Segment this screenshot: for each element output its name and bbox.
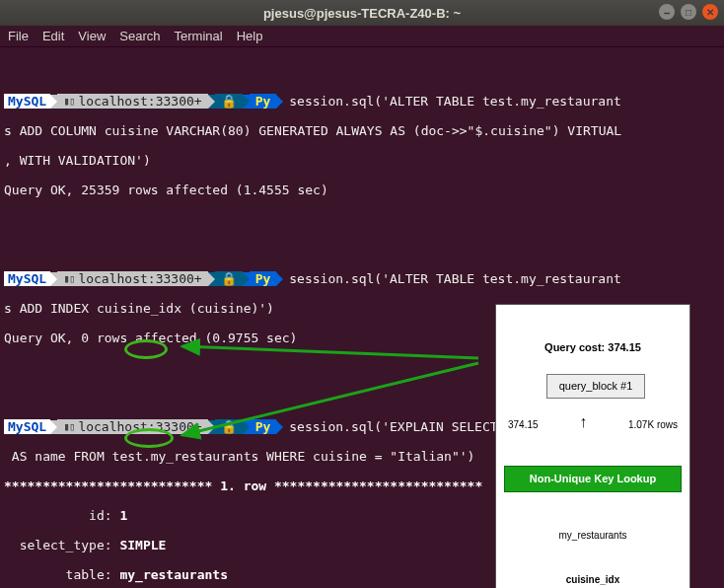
diagram-midrow: 374.15 ↑ 1.07K rows [502, 417, 684, 432]
diagram-index: cuisine_idx [502, 572, 684, 587]
prompt-lang: Py [250, 271, 277, 286]
arrow-icon [208, 95, 215, 109]
up-arrow-icon: ↑ [579, 417, 587, 432]
prompt-host: ▮▯localhost:33300+ [57, 271, 207, 286]
db-icon: ▮▯ [63, 271, 74, 286]
menu-search[interactable]: Search [119, 29, 160, 43]
prompt-line-1: MySQL▮▯localhost:33300+🔒Pysession.sql('A… [4, 94, 720, 109]
prompt-host-text: localhost:33300+ [78, 94, 201, 109]
window-titlebar: pjesus@pjesus-TECRA-Z40-B: ~ ‒ □ ✕ [0, 0, 724, 26]
menu-view[interactable]: View [78, 29, 106, 43]
menu-terminal[interactable]: Terminal [175, 29, 223, 43]
prompt-line-2: MySQL▮▯localhost:33300+🔒Pysession.sql('A… [4, 271, 720, 286]
lock-icon: 🔒 [215, 419, 243, 434]
window-controls: ‒ □ ✕ [659, 4, 718, 20]
db-icon: ▮▯ [63, 419, 74, 434]
command-1-cont: s ADD COLUMN cuisine VARCHAR(80) GENERAT… [4, 123, 720, 138]
menu-help[interactable]: Help [237, 29, 263, 43]
diagram-rows: 1.07K rows [628, 417, 678, 432]
terminal[interactable]: MySQL▮▯localhost:33300+🔒Pysession.sql('A… [0, 47, 724, 588]
lock-icon: 🔒 [215, 271, 243, 286]
prompt-host-text: localhost:33300+ [78, 419, 201, 434]
prompt-host-text: localhost:33300+ [78, 271, 201, 286]
arrow-icon [243, 272, 250, 286]
arrow-icon [50, 95, 57, 109]
arrow-icon [50, 272, 57, 286]
result-1: Query OK, 25359 rows affected (1.4555 se… [4, 183, 720, 197]
arrow-icon [276, 272, 283, 286]
arrow-icon [276, 95, 283, 109]
explain-diagram: Query cost: 374.15 query_block #1 374.15… [495, 304, 690, 588]
diagram-table: my_restaurants [502, 528, 684, 543]
arrow-icon [276, 420, 283, 434]
command-1: session.sql('ALTER TABLE test.my_restaur… [283, 94, 621, 109]
svg-line-0 [182, 346, 478, 358]
prompt-lang: Py [250, 419, 277, 434]
prompt-host: ▮▯localhost:33300+ [57, 94, 207, 109]
prompt-host: ▮▯localhost:33300+ [57, 419, 207, 434]
db-icon: ▮▯ [63, 94, 74, 109]
diagram-cost: 374.15 [508, 417, 539, 432]
lock-icon: 🔒 [215, 94, 243, 109]
arrow-icon [208, 272, 215, 286]
command-2: session.sql('ALTER TABLE test.my_restaur… [283, 271, 621, 286]
prompt-mysql: MySQL [4, 94, 50, 109]
diagram-query-block: query_block #1 [546, 374, 646, 399]
blank [4, 212, 720, 227]
window-title: pjesus@pjesus-TECRA-Z40-B: ~ [263, 6, 461, 21]
menubar: File Edit View Search Terminal Help [0, 26, 724, 47]
menu-edit[interactable]: Edit [42, 29, 64, 43]
diagram-query-cost: Query cost: 374.15 [502, 340, 684, 355]
maximize-button[interactable]: □ [681, 4, 696, 20]
diagram-lookup: Non-Unique Key Lookup [504, 466, 682, 492]
prompt-mysql: MySQL [4, 419, 50, 434]
prompt-lang: Py [250, 94, 277, 109]
arrow-icon [243, 420, 250, 434]
arrow-icon [50, 420, 57, 434]
prompt-mysql: MySQL [4, 271, 50, 286]
close-button[interactable]: ✕ [702, 4, 718, 20]
arrow-icon [243, 95, 250, 109]
command-1-cont2: , WITH VALIDATION') [4, 153, 720, 168]
menu-file[interactable]: File [8, 29, 29, 43]
minimize-button[interactable]: ‒ [659, 4, 675, 20]
arrow-icon [208, 420, 215, 434]
